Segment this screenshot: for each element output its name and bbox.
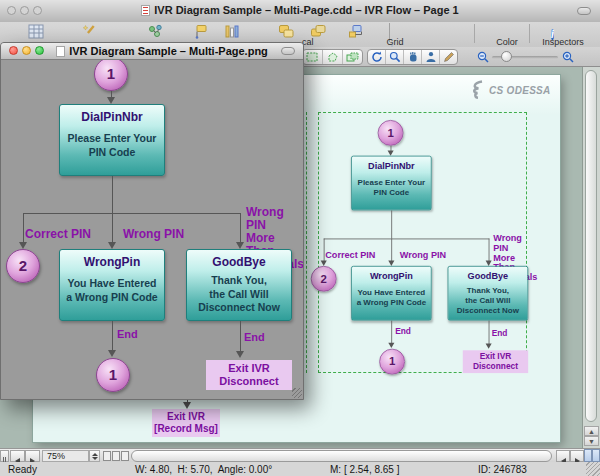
layout-shapes-icon[interactable] (348, 24, 365, 43)
toolbar-divider (474, 24, 475, 43)
connector-line (489, 239, 490, 262)
select-rect-tool[interactable] (303, 50, 323, 64)
node-title: GoodBye (187, 255, 291, 269)
connector-line (240, 213, 241, 243)
wrongpin-node[interactable]: WrongPin You Have Entered a Wrong PIN Co… (59, 249, 165, 321)
branch-connector-circle[interactable]: 2 (6, 249, 40, 283)
preview-window-title: IVR Diagram Sample – Multi-Page.png (45, 45, 279, 57)
page-tab-3[interactable] (121, 451, 129, 461)
main-titlebar[interactable]: IVR Diagram Sample – Multi-Page.cdd – IV… (0, 0, 600, 23)
wrongpin-node[interactable]: WrongPin You Have Entered a Wrong PIN Co… (351, 266, 432, 321)
horizontal-scrollbar-track[interactable] (131, 450, 552, 462)
align-distribute-icon[interactable] (224, 24, 239, 43)
zoom-window-icon[interactable] (35, 46, 44, 55)
prev-page-button[interactable] (10, 450, 25, 462)
end-label[interactable]: End (395, 326, 411, 335)
exit-ivr-record-label[interactable]: Exit IVR [Record Msg] (152, 409, 220, 437)
page-tab-2[interactable] (112, 451, 120, 461)
vertical-scrollbar[interactable]: ▲ ▼ (582, 67, 600, 448)
pencil-tool[interactable] (440, 50, 457, 64)
select-lasso-tool[interactable] (323, 50, 343, 64)
pane-splitter[interactable] (0, 450, 9, 462)
duplicate-shapes-icon[interactable] (278, 24, 295, 43)
node-body: Please Enter Your PIN Code (352, 177, 431, 198)
correct-pin-label[interactable]: Correct PIN (325, 249, 375, 260)
preview-titlebar[interactable]: IVR Diagram Sample – Multi-Page.png (1, 43, 303, 60)
vertical-scrollbar-thumb[interactable] (585, 70, 597, 422)
close-icon[interactable] (7, 6, 16, 15)
start-connector-circle[interactable]: 1 (378, 120, 404, 146)
hand-tool[interactable] (404, 50, 422, 64)
end-label[interactable]: End (492, 328, 508, 337)
ivr-flow-diagram-preview: 1 DialPinNbr Please Enter Your PIN Code … (1, 60, 303, 398)
toolbar-toggle-button[interactable] (281, 47, 295, 55)
selection-tools-group (302, 49, 363, 65)
fit-page-button[interactable] (584, 449, 592, 462)
arrowhead (183, 402, 191, 409)
toolbar-label-inspectors: Inspectors (533, 37, 593, 47)
node-title: GoodBye (448, 270, 527, 281)
node-title: WrongPin (352, 270, 431, 281)
toolbar-label-partial: cal (302, 37, 322, 47)
navigation-tools-group (367, 49, 458, 65)
preview-content[interactable]: 1 DialPinNbr Please Enter Your PIN Code … (1, 60, 303, 399)
toolbar-label-grid: Grid (370, 37, 420, 47)
exit-ivr-disconnect-label[interactable]: Exit IVR Disconnect (463, 350, 528, 373)
node-title: DialPinNbr (352, 160, 431, 171)
dialpinnbr-node[interactable]: DialPinNbr Please Enter Your PIN Code (59, 104, 165, 176)
document-icon (141, 5, 150, 16)
goodbye-node[interactable]: GoodBye Thank You, the Call Will Disconn… (186, 249, 292, 321)
preview-window[interactable]: IVR Diagram Sample – Multi-Page.png 1 Di… (0, 42, 304, 400)
zoom-level-field[interactable]: 75% (42, 450, 89, 462)
swirl-logo-icon (469, 80, 487, 100)
connector-tool-icon[interactable] (193, 24, 209, 43)
wrong-pin-label[interactable]: Wrong PIN (400, 249, 446, 260)
end-connector-circle[interactable]: 1 (379, 349, 405, 375)
end-label[interactable]: End (244, 331, 265, 343)
correct-pin-label[interactable]: Correct PIN (25, 227, 91, 241)
wrong-pin-label[interactable]: Wrong PIN (123, 227, 184, 241)
node-title: DialPinNbr (60, 110, 164, 124)
select-move-tool[interactable] (343, 50, 362, 64)
close-icon[interactable] (9, 46, 18, 55)
window-resize-grip[interactable] (586, 462, 600, 476)
app-window: IVR Diagram Sample – Multi-Page.cdd – IV… (0, 0, 600, 476)
presentation-tool[interactable] (422, 50, 440, 64)
scroll-down-button[interactable]: ▼ (584, 436, 599, 446)
page-tab-1[interactable] (103, 451, 111, 461)
connector-line (391, 210, 392, 238)
magic-wand-icon[interactable] (82, 24, 97, 43)
arrowhead (388, 343, 394, 348)
dialpinnbr-node[interactable]: DialPinNbr Please Enter Your PIN Code (351, 156, 432, 211)
actual-size-button[interactable] (592, 449, 600, 462)
scroll-right-button[interactable] (570, 450, 584, 462)
next-page-button[interactable] (25, 450, 40, 462)
zoom-stepper[interactable] (89, 450, 100, 462)
exit-ivr-disconnect-label[interactable]: Exit IVR Disconnect (206, 360, 292, 390)
toolbar-toggle-button[interactable] (577, 7, 591, 15)
scroll-up-button[interactable]: ▲ (584, 426, 599, 436)
scroll-left-button[interactable] (556, 450, 570, 462)
connector-line (391, 239, 392, 262)
arrowhead (486, 343, 492, 348)
zoom-in-button[interactable] (562, 50, 575, 68)
connector-line (112, 213, 113, 243)
goodbye-node[interactable]: GoodBye Thank You, the Call Will Disconn… (448, 266, 529, 321)
preview-resize-grip[interactable] (292, 388, 302, 398)
minimize-icon[interactable] (20, 6, 29, 15)
status-mouse-position: M: [ 2.54, 8.65 ] (330, 464, 399, 475)
zoom-slider-thumb[interactable] (501, 51, 512, 62)
minimize-icon[interactable] (22, 46, 31, 55)
end-connector-circle[interactable]: 1 (96, 358, 130, 392)
branch-connector-circle[interactable]: 2 (311, 266, 337, 292)
shape-library-icon[interactable] (28, 24, 44, 43)
zoom-out-button[interactable] (477, 50, 490, 68)
end-label[interactable]: End (117, 328, 138, 340)
connector-line (240, 321, 241, 352)
start-connector-circle[interactable]: 1 (94, 60, 128, 91)
connector-line (23, 213, 24, 243)
zoom-tool[interactable] (386, 50, 404, 64)
node-body: Please Enter Your PIN Code (60, 132, 164, 159)
refresh-tool[interactable] (368, 50, 386, 64)
shapes-group-icon[interactable] (148, 24, 164, 43)
